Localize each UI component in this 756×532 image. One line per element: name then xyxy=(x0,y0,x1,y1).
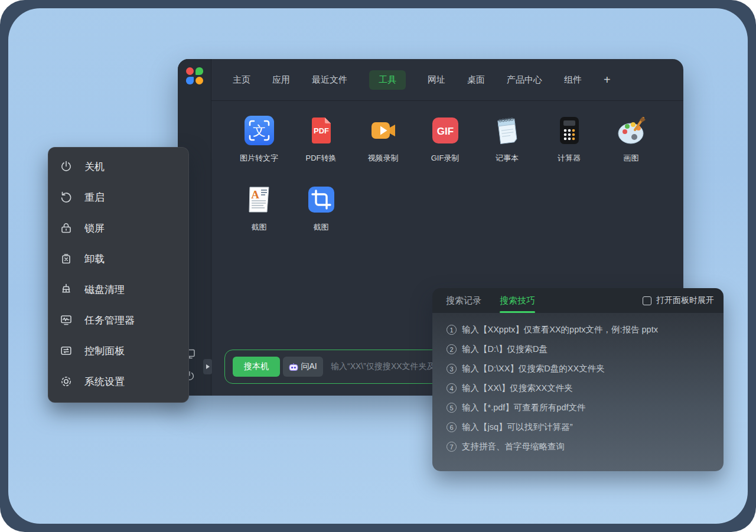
tool-ocr[interactable]: 文 图片转文字 xyxy=(228,115,290,164)
search-tips-panel: 搜索记录 搜索技巧 打开面板时展开 1 输入【XXpptx】仅查看XX的pptx… xyxy=(432,288,724,471)
tab-product-center[interactable]: 产品中心 xyxy=(507,74,542,86)
tip-number: 2 xyxy=(447,344,457,354)
tip-number: 4 xyxy=(447,383,457,393)
tool-gif-record[interactable]: GIF GIF录制 xyxy=(414,115,476,164)
crop-screenshot-icon xyxy=(306,184,337,215)
menu-item-lock-screen[interactable]: 锁屏 xyxy=(48,213,188,243)
tool-label: 画图 xyxy=(600,153,662,164)
tip-number: 6 xyxy=(447,422,457,432)
uninstall-icon xyxy=(59,252,73,266)
tab-bar: 主页 应用 最近文件 工具 网址 桌面 产品中心 组件 + xyxy=(211,59,683,101)
notepad-icon xyxy=(492,115,523,146)
logo-petal-blue xyxy=(186,77,194,84)
ask-ai-label: 问AI xyxy=(301,361,317,372)
tool-label: 计算器 xyxy=(538,153,600,164)
menu-item-system-settings[interactable]: 系统设置 xyxy=(48,366,188,397)
paint-icon xyxy=(616,115,647,146)
screen: 主页 应用 最近文件 工具 网址 桌面 产品中心 组件 + 文 xyxy=(0,0,756,532)
add-tab-button[interactable]: + xyxy=(604,73,611,87)
wordpad-screenshot-icon: A xyxy=(244,184,275,215)
system-context-menu: 关机 重启 锁屏 卸载 磁盘清理 任务管理器 xyxy=(48,147,189,403)
ocr-icon: 文 xyxy=(244,115,275,146)
settings-icon xyxy=(59,374,73,389)
tool-paint[interactable]: 画图 xyxy=(600,115,662,164)
search-local-button[interactable]: 搜本机 xyxy=(233,357,280,377)
tab-search-history[interactable]: 搜索记录 xyxy=(446,288,481,313)
tab-home[interactable]: 主页 xyxy=(233,74,250,86)
ai-robot-icon xyxy=(289,363,298,371)
tool-video-record[interactable]: 视频录制 xyxy=(352,115,414,164)
restart-icon xyxy=(59,190,73,204)
video-record-icon xyxy=(368,115,399,146)
ask-ai-button[interactable]: 问AI xyxy=(283,357,323,377)
expand-on-open-option[interactable]: 打开面板时展开 xyxy=(643,295,714,306)
disk-clean-icon xyxy=(59,282,73,296)
menu-item-restart[interactable]: 重启 xyxy=(48,182,188,213)
menu-item-uninstall[interactable]: 卸载 xyxy=(48,243,188,274)
svg-text:文: 文 xyxy=(253,123,266,138)
tool-screenshot-crop[interactable]: 截图 xyxy=(290,184,352,233)
menu-item-control-panel[interactable]: 控制面板 xyxy=(48,335,188,366)
expand-checkbox[interactable] xyxy=(643,296,651,305)
tool-label: 图片转文字 xyxy=(228,153,290,164)
logo-petal-red xyxy=(186,67,194,75)
tool-screenshot-doc[interactable]: A 截图 xyxy=(228,184,290,233)
tip-row: 5 输入【*.pdf】可查看所有pdf文件 xyxy=(447,398,714,417)
tool-label: PDF转换 xyxy=(290,153,352,164)
task-manager-icon xyxy=(59,313,73,327)
app-logo-icon[interactable] xyxy=(186,67,204,85)
panel-header: 搜索记录 搜索技巧 打开面板时展开 xyxy=(432,288,724,313)
tip-number: 7 xyxy=(447,442,457,452)
tools-grid: 文 图片转文字 PDF PDF转换 xyxy=(211,101,683,233)
tab-tools[interactable]: 工具 xyxy=(369,70,406,90)
tip-row: 2 输入【D:\】仅搜索D盘 xyxy=(447,340,714,359)
tip-row: 1 输入【XXpptx】仅查看XX的pptx文件，例:报告 pptx xyxy=(447,320,714,340)
tab-recent-files[interactable]: 最近文件 xyxy=(312,74,347,86)
panel-body: 1 输入【XXpptx】仅查看XX的pptx文件，例:报告 pptx 2 输入【… xyxy=(432,313,724,471)
tool-label: 截图 xyxy=(290,222,352,233)
power-icon xyxy=(59,159,73,174)
menu-item-task-manager[interactable]: 任务管理器 xyxy=(48,305,188,335)
search-input-placeholder: 输入“XX\”仅搜搜XX文件夹及 xyxy=(331,361,435,372)
svg-text:PDF: PDF xyxy=(314,126,329,135)
menu-item-shutdown[interactable]: 关机 xyxy=(48,151,188,182)
tip-number: 5 xyxy=(447,403,457,413)
tool-label: 记事本 xyxy=(476,153,538,164)
tab-desktop[interactable]: 桌面 xyxy=(467,74,485,86)
tab-search-tips[interactable]: 搜索技巧 xyxy=(500,288,535,313)
logo-petal-green xyxy=(195,67,203,75)
tip-number: 1 xyxy=(447,325,457,335)
svg-text:A: A xyxy=(251,188,259,201)
gif-record-icon: GIF xyxy=(430,115,461,146)
tool-notepad[interactable]: 记事本 xyxy=(476,115,538,164)
tab-widgets[interactable]: 组件 xyxy=(564,74,582,86)
tab-urls[interactable]: 网址 xyxy=(428,74,445,86)
tool-label: GIF录制 xyxy=(414,153,476,164)
lock-icon xyxy=(59,221,73,235)
control-panel-icon xyxy=(59,344,73,358)
expand-checkbox-label: 打开面板时展开 xyxy=(656,295,714,306)
tab-apps[interactable]: 应用 xyxy=(272,74,290,86)
tip-number: 3 xyxy=(447,364,457,374)
tip-row: 7 支持拼音、首字母缩略查询 xyxy=(447,437,714,456)
tool-label: 视频录制 xyxy=(352,153,414,164)
collapse-arrow-button[interactable] xyxy=(203,359,212,374)
calculator-icon xyxy=(554,115,585,146)
tool-calculator[interactable]: 计算器 xyxy=(538,115,600,164)
tip-row: 4 输入【XX\】仅搜索XX文件夹 xyxy=(447,378,714,398)
tip-row: 3 输入【D:\XX】仅搜索D盘的XX文件夹 xyxy=(447,359,714,378)
svg-text:GIF: GIF xyxy=(436,126,453,137)
logo-petal-orange xyxy=(195,77,203,84)
tool-label: 截图 xyxy=(228,222,290,233)
pdf-icon: PDF xyxy=(306,115,337,146)
tip-row: 6 输入【jsq】可以找到“计算器” xyxy=(447,417,714,437)
menu-item-disk-cleanup[interactable]: 磁盘清理 xyxy=(48,274,188,305)
tool-pdf-convert[interactable]: PDF PDF转换 xyxy=(290,115,352,164)
